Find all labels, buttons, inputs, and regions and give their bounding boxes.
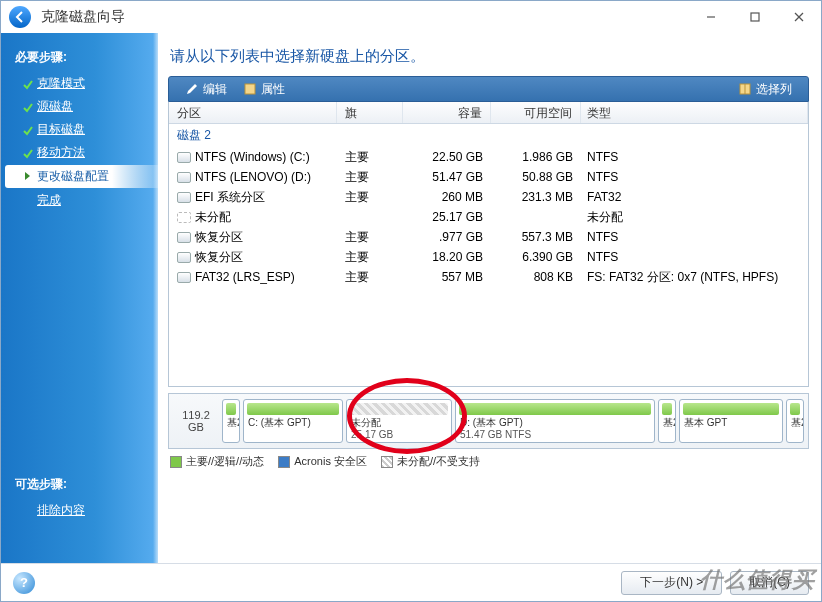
partition-free: 1.986 GB (491, 149, 581, 165)
partition-name: NTFS (Windows) (C:) (195, 150, 310, 164)
segment-bar (247, 403, 339, 415)
step-label: 源磁盘 (37, 98, 73, 115)
disk-segment[interactable]: 基本 GPT (679, 399, 783, 443)
partition-icon (177, 192, 191, 203)
disk-legend: 主要//逻辑//动态 Acronis 安全区 未分配//不受支持 (168, 449, 809, 474)
segment-label: 基2 (659, 415, 675, 429)
legend-swatch-primary (170, 456, 182, 468)
partition-icon (177, 212, 191, 223)
col-free[interactable]: 可用空间 (491, 102, 581, 123)
partition-row[interactable]: NTFS (Windows) (C:)主要22.50 GB1.986 GBNTF… (169, 147, 808, 167)
segment-bar (790, 403, 800, 415)
legend-unalloc: 未分配//不受支持 (397, 455, 480, 467)
instruction-text: 请从以下列表中选择新硬盘上的分区。 (168, 43, 809, 76)
partition-type: NTFS (581, 169, 808, 185)
back-button[interactable] (9, 6, 31, 28)
check-icon (23, 79, 33, 89)
partition-name: NTFS (LENOVO) (D:) (195, 170, 311, 184)
select-columns-button[interactable]: 选择列 (730, 81, 800, 98)
partition-row[interactable]: FAT32 (LRS_ESP)主要557 MB808 KBFS: FAT32 分… (169, 267, 808, 287)
pencil-icon (185, 82, 199, 96)
minimize-button[interactable] (689, 3, 733, 31)
edit-label: 编辑 (203, 81, 227, 98)
step-label: 移动方法 (37, 144, 85, 161)
partition-type: FS: FAT32 分区: 0x7 (NTFS, HPFS) (581, 268, 808, 287)
segment-label: 基2 (787, 415, 803, 429)
step-label: 克隆模式 (37, 75, 85, 92)
partition-row[interactable]: 恢复分区主要.977 GB557.3 MBNTFS (169, 227, 808, 247)
partition-icon (177, 172, 191, 183)
wizard-step-0[interactable]: 克隆模式 (1, 72, 158, 95)
legend-swatch-acronis (278, 456, 290, 468)
partition-capacity: 557 MB (403, 269, 491, 285)
partition-free: 808 KB (491, 269, 581, 285)
partition-flag: 主要 (337, 188, 403, 207)
partition-icon (177, 252, 191, 263)
properties-icon (243, 82, 257, 96)
partition-type: NTFS (581, 249, 808, 265)
cancel-button[interactable]: 取消(C) (730, 571, 809, 595)
partition-name: EFI 系统分区 (195, 189, 265, 206)
wizard-sidebar: 必要步骤: 克隆模式源磁盘目标磁盘移动方法更改磁盘配置完成 可选步骤: 排除内容 (1, 33, 158, 563)
step-label: 完成 (37, 192, 61, 209)
partition-capacity: .977 GB (403, 229, 491, 245)
partition-type: FAT32 (581, 189, 808, 205)
partition-row[interactable]: 未分配25.17 GB未分配 (169, 207, 808, 227)
col-type[interactable]: 类型 (581, 102, 808, 123)
wizard-optional-step-0: 排除内容 (1, 499, 158, 522)
partition-icon (177, 232, 191, 243)
close-button[interactable] (777, 3, 821, 31)
wizard-step-3[interactable]: 移动方法 (1, 141, 158, 164)
segment-label: D: (基本 GPT) (456, 415, 654, 429)
properties-button[interactable]: 属性 (235, 81, 293, 98)
titlebar: 克隆磁盘向导 (1, 1, 821, 33)
step-label: 目标磁盘 (37, 121, 85, 138)
partition-type: NTFS (581, 229, 808, 245)
disk-segment[interactable]: 基2 (658, 399, 676, 443)
partition-free: 231.3 MB (491, 189, 581, 205)
segment-label: 基2 (223, 415, 239, 429)
arrow-left-icon (14, 11, 26, 23)
window-title: 克隆磁盘向导 (41, 8, 125, 26)
partition-free (491, 216, 581, 218)
select-columns-label: 选择列 (756, 81, 792, 98)
wizard-footer: ? 下一步(N) > 取消(C) (1, 563, 821, 601)
partition-row[interactable]: NTFS (LENOVO) (D:)主要51.47 GB50.88 GBNTFS (169, 167, 808, 187)
window-controls (689, 3, 821, 31)
partition-capacity: 22.50 GB (403, 149, 491, 165)
required-steps-header: 必要步骤: (1, 45, 158, 72)
disk-segment[interactable]: C: (基本 GPT) (243, 399, 343, 443)
disk-segment[interactable]: 未分配25.17 GB (346, 399, 452, 443)
disk-map: 119.2 GB 基2C: (基本 GPT)未分配25.17 GBD: (基本 … (168, 393, 809, 449)
optional-steps-header: 可选步骤: (1, 472, 158, 499)
col-capacity[interactable]: 容量 (403, 102, 491, 123)
segment-label: C: (基本 GPT) (244, 415, 342, 429)
partition-grid: 分区 旗 容量 可用空间 类型 磁盘 2 NTFS (Windows) (C:)… (168, 102, 809, 387)
arrow-right-icon (23, 170, 33, 184)
maximize-button[interactable] (733, 3, 777, 31)
disk-segment[interactable]: 基2 (222, 399, 240, 443)
wizard-step-2[interactable]: 目标磁盘 (1, 118, 158, 141)
col-flag[interactable]: 旗 (337, 102, 403, 123)
legend-swatch-unalloc (381, 456, 393, 468)
segment-bar (350, 403, 448, 415)
help-button[interactable]: ? (13, 572, 35, 594)
partition-flag: 主要 (337, 168, 403, 187)
col-partition[interactable]: 分区 (169, 102, 337, 123)
segment-bar (226, 403, 236, 415)
partition-icon (177, 272, 191, 283)
wizard-step-4[interactable]: 更改磁盘配置 (5, 165, 158, 188)
partition-capacity: 18.20 GB (403, 249, 491, 265)
grid-toolbar: 编辑 属性 选择列 (168, 76, 809, 102)
wizard-step-1[interactable]: 源磁盘 (1, 95, 158, 118)
next-button[interactable]: 下一步(N) > (621, 571, 722, 595)
disk-segment[interactable]: 基2 (786, 399, 804, 443)
disk-segment[interactable]: D: (基本 GPT)51.47 GB NTFS (455, 399, 655, 443)
partition-row[interactable]: EFI 系统分区主要260 MB231.3 MBFAT32 (169, 187, 808, 207)
segment-label: 未分配 (347, 415, 451, 429)
partition-row[interactable]: 恢复分区主要18.20 GB6.390 GBNTFS (169, 247, 808, 267)
check-icon (23, 102, 33, 112)
edit-button[interactable]: 编辑 (177, 81, 235, 98)
segment-sublabel: 51.47 GB NTFS (456, 429, 654, 440)
segment-bar (683, 403, 779, 415)
